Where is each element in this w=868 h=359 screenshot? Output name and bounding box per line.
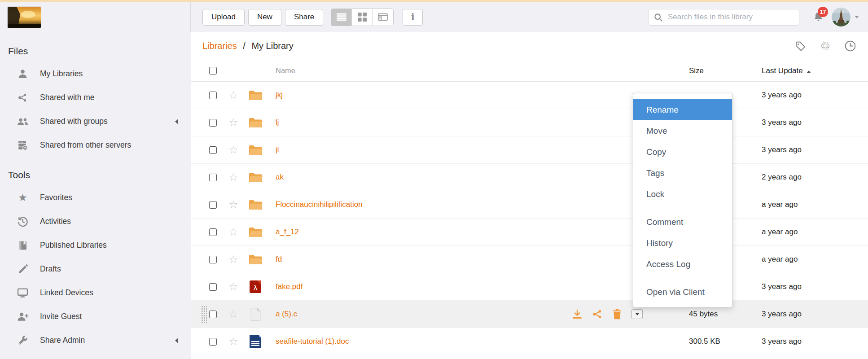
new-button[interactable]: New xyxy=(248,9,281,26)
menu-item-lock[interactable]: Lock xyxy=(633,184,732,205)
favorite-star-icon[interactable]: ☆ xyxy=(220,144,247,156)
sidebar-item-shared-from-other-servers[interactable]: Shared from other servers xyxy=(0,133,191,157)
user-avatar-photo[interactable] xyxy=(832,8,850,26)
activity-history-icon xyxy=(17,216,29,227)
menu-item-open-via-client[interactable]: Open via Client xyxy=(633,281,732,302)
trash-recycle-icon[interactable]: ♲ xyxy=(820,40,830,52)
folder-link[interactable]: a_f_12 xyxy=(276,228,299,236)
row-checkbox[interactable] xyxy=(209,119,217,127)
favorite-star-icon[interactable]: ☆ xyxy=(220,253,247,266)
table-row[interactable]: ☆jkj3 years ago xyxy=(191,82,868,109)
select-all-checkbox[interactable] xyxy=(209,67,217,74)
list-view-icon[interactable] xyxy=(331,9,352,26)
search-input[interactable] xyxy=(667,12,794,22)
menu-item-rename[interactable]: Rename xyxy=(633,99,732,120)
favorite-star-icon[interactable]: ☆ xyxy=(220,89,247,101)
sidebar-item-activities[interactable]: Activities xyxy=(0,210,191,233)
row-checkbox[interactable] xyxy=(209,256,217,263)
table-row[interactable]: ☆ak2 years ago xyxy=(191,164,868,191)
share-button[interactable]: Share xyxy=(285,9,323,26)
last-update-column-header[interactable]: Last Update xyxy=(762,66,868,75)
chevron-left-icon[interactable] xyxy=(172,338,178,343)
row-checkbox[interactable] xyxy=(209,283,217,291)
detail-view-icon[interactable] xyxy=(373,9,393,26)
table-row[interactable]: ☆a_f_12a year ago xyxy=(191,219,868,246)
history-clock-icon[interactable] xyxy=(844,40,856,52)
favorite-star-icon[interactable]: ☆ xyxy=(220,198,247,211)
delete-icon[interactable] xyxy=(612,309,622,320)
row-actions xyxy=(571,309,643,320)
file-link[interactable]: a (5).c xyxy=(276,310,297,319)
download-icon[interactable] xyxy=(572,309,583,320)
table-row[interactable]: ☆λfake.pdf3 years ago xyxy=(191,273,868,301)
folder-link[interactable]: jl xyxy=(276,145,279,154)
drag-handle[interactable] xyxy=(201,306,207,324)
favorite-star-icon[interactable]: ☆ xyxy=(220,171,247,184)
sort-ascending-icon xyxy=(807,68,811,73)
row-checkbox[interactable] xyxy=(209,228,217,236)
folder-link[interactable]: lj xyxy=(276,118,279,127)
breadcrumb-root-link[interactable]: Libraries xyxy=(202,41,237,51)
sidebar-item-shared-with-me[interactable]: Shared with me xyxy=(0,86,191,109)
favorite-star-icon[interactable]: ☆ xyxy=(220,308,247,320)
favorite-star-icon[interactable]: ☆ xyxy=(220,280,247,293)
folder-icon xyxy=(248,117,263,129)
sidebar-item-linked-devices[interactable]: Linked Devices xyxy=(0,281,191,305)
row-checkbox[interactable] xyxy=(209,338,217,346)
tags-icon[interactable] xyxy=(794,40,807,52)
folder-link[interactable]: jkj xyxy=(276,91,283,100)
account-menu-caret-icon[interactable] xyxy=(855,16,859,21)
user-plus-icon xyxy=(17,311,29,322)
menu-item-tags[interactable]: Tags xyxy=(633,162,732,184)
pen-icon xyxy=(17,264,29,275)
favorite-star-icon[interactable]: ☆ xyxy=(220,335,247,348)
row-checkbox[interactable] xyxy=(209,174,217,181)
menu-item-comment[interactable]: Comment xyxy=(633,211,732,232)
table-row[interactable]: ☆seafile-tutorial (1).doc300.5 KB3 years… xyxy=(191,328,868,355)
sidebar-item-label: Favorites xyxy=(40,193,72,202)
table-row[interactable]: ☆fda year ago xyxy=(191,246,868,273)
landscape-photo-logo[interactable] xyxy=(8,7,41,28)
name-column-header[interactable]: Name xyxy=(276,66,571,75)
favorite-star-icon[interactable]: ☆ xyxy=(220,226,247,238)
sidebar-item-share-admin[interactable]: Share Admin xyxy=(0,328,191,352)
file-link[interactable]: seafile-tutorial (1).doc xyxy=(276,337,349,346)
grid-view-icon[interactable] xyxy=(352,9,373,26)
row-checkbox[interactable] xyxy=(209,311,217,318)
sidebar-item-label: My Libraries xyxy=(40,69,83,79)
table-row[interactable]: ☆lj3 years ago xyxy=(191,109,868,136)
row-checkbox[interactable] xyxy=(209,92,217,99)
folder-icon xyxy=(248,89,263,101)
share-link-icon[interactable] xyxy=(592,309,603,320)
sidebar-item-drafts[interactable]: Drafts xyxy=(0,257,191,281)
table-row[interactable]: ☆jl3 years ago xyxy=(191,136,868,164)
sidebar-item-my-libraries[interactable]: My Libraries xyxy=(0,62,191,86)
menu-item-move[interactable]: Move xyxy=(633,120,732,141)
menu-item-copy[interactable]: Copy xyxy=(633,141,732,162)
sidebar-item-published-libraries[interactable]: Published Libraries xyxy=(0,233,191,257)
sidebar-item-favorites[interactable]: ★Favorites xyxy=(0,186,191,210)
menu-item-history[interactable]: History xyxy=(633,232,732,254)
file-table-body: ☆jkj3 years ago☆lj3 years ago☆jl3 years … xyxy=(191,82,868,355)
upload-button[interactable]: Upload xyxy=(202,9,245,26)
sidebar-heading-tools: Tools xyxy=(8,170,191,180)
notifications-bell[interactable]: 17 xyxy=(813,11,824,23)
more-dropdown-icon[interactable] xyxy=(631,309,643,319)
row-checkbox[interactable] xyxy=(209,201,217,209)
sidebar-item-label: Shared from other servers xyxy=(40,140,131,150)
folder-link[interactable]: ak xyxy=(276,173,284,182)
row-checkbox[interactable] xyxy=(209,146,217,154)
file-link[interactable]: fake.pdf xyxy=(276,282,303,291)
sidebar-item-shared-with-groups[interactable]: Shared with groups xyxy=(0,109,191,133)
info-icon[interactable]: i xyxy=(403,9,423,26)
table-row[interactable]: ☆a (5).c45 bytes3 years ago xyxy=(191,301,868,328)
table-row[interactable]: ☆Floccinaucinihilipilificationa year ago xyxy=(191,191,868,219)
monitor-icon xyxy=(17,287,29,298)
folder-link[interactable]: fd xyxy=(276,255,282,264)
sidebar-item-invite-guest[interactable]: Invite Guest xyxy=(0,305,191,328)
chevron-left-icon[interactable] xyxy=(172,119,178,124)
size-column-header[interactable]: Size xyxy=(689,66,762,75)
menu-item-access-log[interactable]: Access Log xyxy=(633,254,732,275)
favorite-star-icon[interactable]: ☆ xyxy=(220,116,247,129)
folder-link[interactable]: Floccinaucinihilipilification xyxy=(276,200,363,209)
